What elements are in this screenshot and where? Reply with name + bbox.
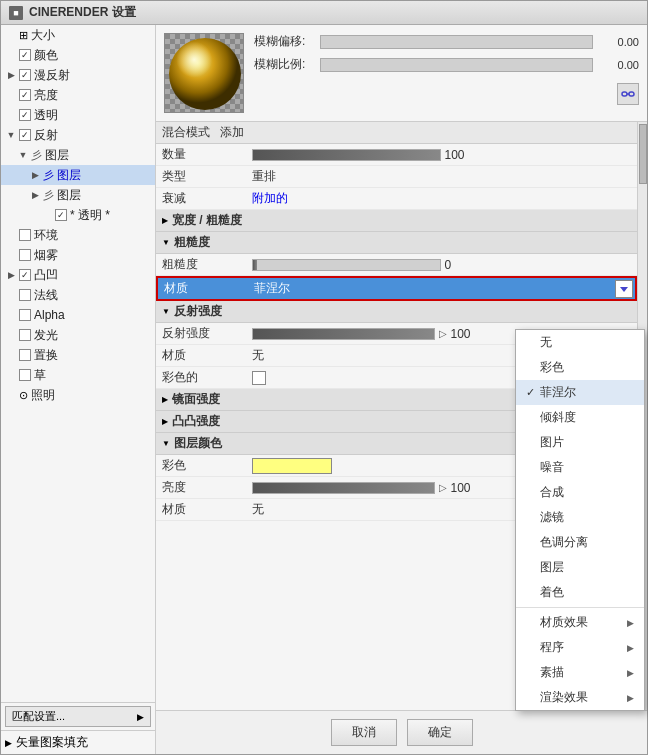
title-bar: ■ CINERENDER 设置 bbox=[1, 1, 647, 25]
dropdown-item-tinting[interactable]: 着色 bbox=[516, 580, 644, 605]
sketch-submenu-icon: ▶ bbox=[627, 668, 634, 678]
material-label: 材质 bbox=[164, 280, 254, 297]
sidebar-item-layer2[interactable]: ▶ 彡 图层 bbox=[1, 185, 155, 205]
size-icon: ⊞ bbox=[19, 29, 28, 42]
placeholder-icon bbox=[41, 209, 53, 221]
match-settings-button[interactable]: 匹配设置... ▶ bbox=[5, 706, 151, 727]
sidebar-item-size[interactable]: ⊞ 大小 bbox=[1, 25, 155, 45]
dropdown-item-layer[interactable]: 图层 bbox=[516, 555, 644, 580]
dropdown-item-gradient[interactable]: 倾斜度 bbox=[516, 405, 644, 430]
bump-checkbox[interactable]: ✓ bbox=[19, 269, 31, 281]
sidebar-item-fog[interactable]: 烟雾 bbox=[1, 245, 155, 265]
placeholder-icon bbox=[5, 389, 17, 401]
blur-offset-row: 模糊偏移: 0.00 bbox=[254, 33, 639, 50]
dropdown-item-fresnel[interactable]: ✓ 菲涅尔 bbox=[516, 380, 644, 405]
cancel-button[interactable]: 取消 bbox=[331, 719, 397, 746]
dropdown-item-material-effect[interactable]: 材质效果 ▶ bbox=[516, 610, 644, 635]
placeholder-icon bbox=[5, 369, 17, 381]
layer2-expand-icon[interactable]: ▶ bbox=[29, 189, 41, 201]
dropdown-item-colorization[interactable]: 色调分离 bbox=[516, 530, 644, 555]
dropdown-item-program[interactable]: 程序 ▶ bbox=[516, 635, 644, 660]
main-window: ■ CINERENDER 设置 ⊞ 大小 ✓ 颜色 ▶ ✓ 漫反射 bbox=[0, 0, 648, 755]
dropdown-item-color[interactable]: 彩色 bbox=[516, 355, 644, 380]
material-dropdown-button[interactable] bbox=[615, 280, 633, 298]
roughness-slider-container: 0 bbox=[252, 258, 631, 272]
sidebar-item-displacement[interactable]: 置换 bbox=[1, 345, 155, 365]
blur-scale-slider[interactable] bbox=[320, 58, 593, 72]
reflection-expand-icon[interactable]: ▼ bbox=[5, 129, 17, 141]
layer-color-swatch[interactable] bbox=[252, 458, 332, 474]
sidebar-item-illumination[interactable]: ⊙ 照明 bbox=[1, 385, 155, 405]
diffuse-checkbox[interactable]: ✓ bbox=[19, 69, 31, 81]
refl-strength-label: 反射强度 bbox=[162, 325, 252, 342]
sidebar-item-bump[interactable]: ▶ ✓ 凸凹 bbox=[1, 265, 155, 285]
material-effect-submenu-icon: ▶ bbox=[627, 618, 634, 628]
section-roughness[interactable]: ▼ 粗糙度 bbox=[156, 232, 637, 254]
dropdown-item-sketch[interactable]: 素描 ▶ bbox=[516, 660, 644, 685]
roughness-slider[interactable] bbox=[252, 259, 441, 271]
refl-color-checkbox[interactable] bbox=[252, 371, 266, 385]
sidebar-item-layer1[interactable]: ▶ 彡 图层 bbox=[1, 165, 155, 185]
decay-label: 衰减 bbox=[162, 190, 252, 207]
vector-fill-header[interactable]: ▶ 矢量图案填充 bbox=[5, 734, 151, 751]
sidebar-item-environment[interactable]: 环境 bbox=[1, 225, 155, 245]
dropdown-item-filter[interactable]: 滤镜 bbox=[516, 505, 644, 530]
displacement-checkbox[interactable] bbox=[19, 349, 31, 361]
sidebar-item-transparency-sub[interactable]: ✓ * 透明 * bbox=[1, 205, 155, 225]
section-roughness-label: 粗糙度 bbox=[174, 234, 210, 251]
grass-checkbox[interactable] bbox=[19, 369, 31, 381]
sidebar-item-transparency[interactable]: ✓ 透明 bbox=[1, 105, 155, 125]
reflection-checkbox[interactable]: ✓ bbox=[19, 129, 31, 141]
sidebar-item-alpha[interactable]: Alpha bbox=[1, 305, 155, 325]
placeholder-icon bbox=[5, 289, 17, 301]
section-reflection-strength[interactable]: ▼ 反射强度 bbox=[156, 301, 637, 323]
sidebar-item-grass[interactable]: 草 bbox=[1, 365, 155, 385]
count-slider-fill bbox=[253, 150, 440, 160]
sidebar-item-label: 发光 bbox=[34, 327, 58, 344]
transparency-checkbox[interactable]: ✓ bbox=[19, 109, 31, 121]
sidebar-item-color[interactable]: ✓ 颜色 bbox=[1, 45, 155, 65]
blur-offset-slider[interactable] bbox=[320, 35, 593, 49]
layers-expand-icon[interactable]: ▼ bbox=[17, 149, 29, 161]
dropdown-item-image[interactable]: 图片 bbox=[516, 430, 644, 455]
glow-checkbox[interactable] bbox=[19, 329, 31, 341]
sidebar-item-glow[interactable]: 发光 bbox=[1, 325, 155, 345]
environment-checkbox[interactable] bbox=[19, 229, 31, 241]
sidebar-item-diffuse[interactable]: ▶ ✓ 漫反射 bbox=[1, 65, 155, 85]
roughness-value-row: 粗糙度 0 bbox=[156, 254, 637, 276]
dropdown-item-noise[interactable]: 噪音 bbox=[516, 455, 644, 480]
dropdown-item-render-effect[interactable]: 渲染效果 ▶ bbox=[516, 685, 644, 710]
layer-color-label: 彩色 bbox=[162, 457, 252, 474]
diffuse-expand-icon[interactable]: ▶ bbox=[5, 69, 17, 81]
bump-expand-icon[interactable]: ▶ bbox=[5, 269, 17, 281]
material-row[interactable]: 材质 菲涅尔 bbox=[156, 276, 637, 301]
layer-brightness-slider[interactable] bbox=[252, 482, 435, 494]
refl-strength-slider[interactable] bbox=[252, 328, 435, 340]
alpha-checkbox[interactable] bbox=[19, 309, 31, 321]
sidebar-item-reflection[interactable]: ▼ ✓ 反射 bbox=[1, 125, 155, 145]
layer1-expand-icon[interactable]: ▶ bbox=[29, 169, 41, 181]
scrollbar-thumb[interactable] bbox=[639, 124, 647, 184]
dropdown-item-composite[interactable]: 合成 bbox=[516, 480, 644, 505]
color-checkbox[interactable]: ✓ bbox=[19, 49, 31, 61]
transparency-sub-checkbox[interactable]: ✓ bbox=[55, 209, 67, 221]
brightness-checkbox[interactable]: ✓ bbox=[19, 89, 31, 101]
sidebar-item-brightness[interactable]: ✓ 亮度 bbox=[1, 85, 155, 105]
section-roughness-width[interactable]: ▶ 宽度 / 粗糙度 bbox=[156, 210, 637, 232]
decay-value: 附加的 bbox=[252, 190, 631, 207]
dropdown-item-none[interactable]: 无 bbox=[516, 330, 644, 355]
ok-button[interactable]: 确定 bbox=[407, 719, 473, 746]
blend-mode-label: 混合模式 bbox=[162, 124, 210, 141]
normal-checkbox[interactable] bbox=[19, 289, 31, 301]
sidebar-item-layers-group[interactable]: ▼ 彡 图层 bbox=[1, 145, 155, 165]
sidebar-item-label: 烟雾 bbox=[34, 247, 58, 264]
blur-scale-value: 0.00 bbox=[599, 59, 639, 71]
dropdown-item-layer-label: 图层 bbox=[540, 559, 634, 576]
count-label: 数量 bbox=[162, 146, 252, 163]
sidebar-item-normal[interactable]: 法线 bbox=[1, 285, 155, 305]
preview-link-button[interactable] bbox=[617, 83, 639, 105]
svg-point-7 bbox=[169, 38, 241, 110]
count-slider[interactable] bbox=[252, 149, 441, 161]
fog-checkbox[interactable] bbox=[19, 249, 31, 261]
refl-color-label: 彩色的 bbox=[162, 369, 252, 386]
